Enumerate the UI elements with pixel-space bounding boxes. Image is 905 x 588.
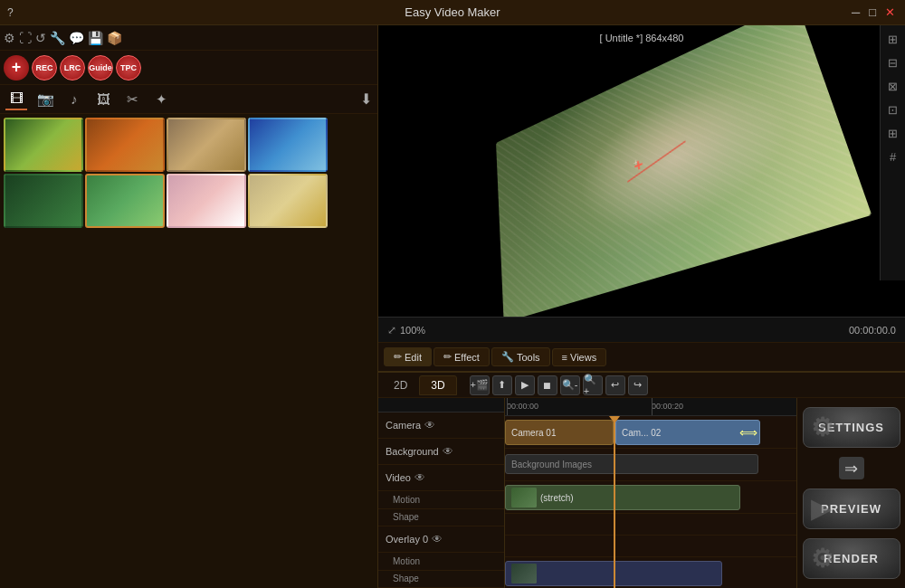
- tab-3d[interactable]: 3D: [419, 375, 456, 395]
- effect-button[interactable]: ✏ Effect: [433, 347, 490, 366]
- app-title: Easy Video Maker: [405, 5, 500, 19]
- top-icon-5[interactable]: 💬: [69, 31, 84, 45]
- app-title-help[interactable]: ?: [7, 6, 14, 19]
- overlay0-eye-icon[interactable]: 👁: [432, 533, 443, 545]
- effect-icon: ✏: [443, 351, 452, 363]
- tl-redo[interactable]: ↪: [628, 375, 648, 395]
- top-icon-1[interactable]: ⚙: [4, 31, 15, 45]
- media-icon-star[interactable]: ✦: [150, 89, 172, 110]
- rtool-grid4[interactable]: ⊡: [883, 100, 903, 119]
- background-block[interactable]: Background Images: [505, 454, 758, 474]
- rtool-grid5[interactable]: ⊞: [883, 123, 903, 143]
- video-block-label: (stretch): [540, 493, 574, 503]
- shape2-label: Shape: [393, 574, 419, 583]
- top-icon-2[interactable]: ⛶: [19, 31, 32, 45]
- edit-button[interactable]: ✏ Edit: [384, 347, 432, 366]
- media-icon-photo[interactable]: 📷: [34, 89, 56, 110]
- lrc-button[interactable]: LRC: [60, 55, 85, 81]
- camera1-block[interactable]: Camera 01: [505, 420, 614, 445]
- media-icons-row: 🎞 📷 ♪ 🖼 ✂ ✦ ⬇: [0, 85, 377, 114]
- zoom-level: 100%: [400, 325, 425, 336]
- thumbnail-3[interactable]: [167, 118, 246, 172]
- media-icon-video[interactable]: 🎞: [5, 89, 27, 110]
- minimize-button[interactable]: ─: [849, 5, 862, 19]
- titlebar: ? Easy Video Maker ─ □ ✕: [0, 0, 905, 25]
- expand-icon[interactable]: ⤢: [387, 324, 396, 337]
- camera2-block[interactable]: Cam... 02 ⟺: [615, 420, 760, 445]
- thumbnail-grid: [0, 114, 377, 588]
- timeline-tracks: 00:00:00 00:00:20 00:00:40 00:01:00: [505, 398, 796, 588]
- thumbnail-6[interactable]: [85, 174, 165, 228]
- track-label-motion: Motion: [378, 491, 504, 508]
- thumbnail-2[interactable]: [85, 118, 165, 172]
- rec-button[interactable]: REC: [32, 55, 57, 81]
- tl-up[interactable]: ⬆: [492, 375, 512, 395]
- background-track: Background Images: [505, 449, 796, 481]
- background-block-label: Background Images: [511, 460, 592, 469]
- rtool-grid1[interactable]: ⊞: [883, 29, 903, 49]
- tab-2d[interactable]: 2D: [382, 375, 419, 395]
- tools-button[interactable]: 🔧 Tools: [491, 347, 550, 366]
- views-button[interactable]: ≡ Views: [552, 348, 607, 366]
- video-eye-icon[interactable]: 👁: [414, 471, 425, 484]
- media-icon-trim[interactable]: ✂: [121, 89, 143, 110]
- tl-undo[interactable]: ↩: [605, 375, 625, 395]
- shape-label: Shape: [393, 512, 419, 522]
- left-panel: ⚙ ⛶ ↺ 🔧 💬 💾 📦 + REC LRC Guide TPC 🎞 📷 ♪ …: [0, 25, 378, 588]
- download-icon[interactable]: ⬇: [360, 90, 372, 108]
- thumbnail-5[interactable]: [4, 174, 83, 228]
- top-icon-7[interactable]: 📦: [107, 31, 122, 45]
- tpc-button[interactable]: TPC: [116, 55, 141, 81]
- top-icon-6[interactable]: 💾: [88, 31, 103, 45]
- preview-play-icon: ▶: [811, 494, 832, 524]
- rtool-hash[interactable]: #: [883, 147, 903, 166]
- settings-button[interactable]: ⚙ Settings: [803, 407, 900, 448]
- preview-title: [ Untitle *] 864x480: [378, 33, 905, 43]
- track-labels: Camera 👁 Background 👁 Video 👁 Motion: [378, 398, 505, 588]
- thumbnail-4[interactable]: [248, 118, 328, 172]
- media-icon-image[interactable]: 🖼: [92, 89, 114, 110]
- crosshair: +: [633, 152, 651, 174]
- camera-eye-icon[interactable]: 👁: [424, 419, 435, 432]
- guide-button[interactable]: Guide: [88, 55, 113, 81]
- tracks-area: Camera 01 Cam... 02 ⟺ Background Images: [505, 416, 796, 588]
- tl-add-track[interactable]: +🎬: [470, 375, 490, 395]
- views-icon: ≡: [562, 352, 567, 363]
- add-button[interactable]: +: [4, 55, 29, 81]
- media-icon-music[interactable]: ♪: [63, 89, 85, 110]
- tl-zoom-out[interactable]: 🔍-: [560, 375, 580, 395]
- close-button[interactable]: ✕: [882, 5, 898, 19]
- motion-sub-track: [505, 514, 796, 536]
- timecode: 00:00:00.0: [849, 325, 896, 336]
- thumbnail-7[interactable]: [167, 174, 246, 228]
- main-layout: ⚙ ⛶ ↺ 🔧 💬 💾 📦 + REC LRC Guide TPC 🎞 📷 ♪ …: [0, 25, 905, 588]
- timeline-controls: +🎬 ⬆ ▶ ⏹ 🔍- 🔍+ ↩ ↪: [466, 375, 652, 395]
- camera2-label: Cam... 02: [622, 428, 661, 438]
- rtool-grid3[interactable]: ⊠: [883, 76, 903, 96]
- rtool-grid2[interactable]: ⊟: [883, 52, 903, 72]
- track-label-background: Background 👁: [378, 439, 504, 465]
- camera-label: Camera: [386, 420, 421, 431]
- thumbnail-1[interactable]: [4, 118, 83, 172]
- playhead[interactable]: [614, 416, 615, 588]
- background-eye-icon[interactable]: 👁: [443, 445, 453, 458]
- video-label: Video: [386, 472, 411, 483]
- top-icon-3[interactable]: ↺: [35, 31, 46, 45]
- render-button[interactable]: ⚙ Render: [803, 538, 900, 579]
- track-label-motion2: Motion: [378, 553, 504, 570]
- tl-play[interactable]: ▶: [515, 375, 535, 395]
- edit-toolbar: ✏ Edit ✏ Effect 🔧 Tools ≡ Views: [378, 342, 905, 371]
- tl-stop[interactable]: ⏹: [538, 375, 557, 395]
- camera1-label: Camera 01: [511, 428, 556, 438]
- ruler-mark-20: 00:00:20: [652, 402, 683, 411]
- arrow-icon: ⇒: [839, 457, 864, 479]
- top-icon-4[interactable]: 🔧: [50, 31, 65, 45]
- tools-icon: 🔧: [501, 351, 514, 363]
- preview-button[interactable]: ▶ Preview: [803, 488, 900, 529]
- video-block[interactable]: (stretch): [505, 485, 740, 510]
- thumbnail-8[interactable]: [248, 174, 328, 228]
- tl-zoom-in[interactable]: 🔍+: [583, 375, 603, 395]
- maximize-button[interactable]: □: [866, 5, 879, 19]
- status-bar: ⤢ 100% 00:00:00.0: [378, 317, 905, 342]
- toolbar-row: + REC LRC Guide TPC: [0, 51, 377, 85]
